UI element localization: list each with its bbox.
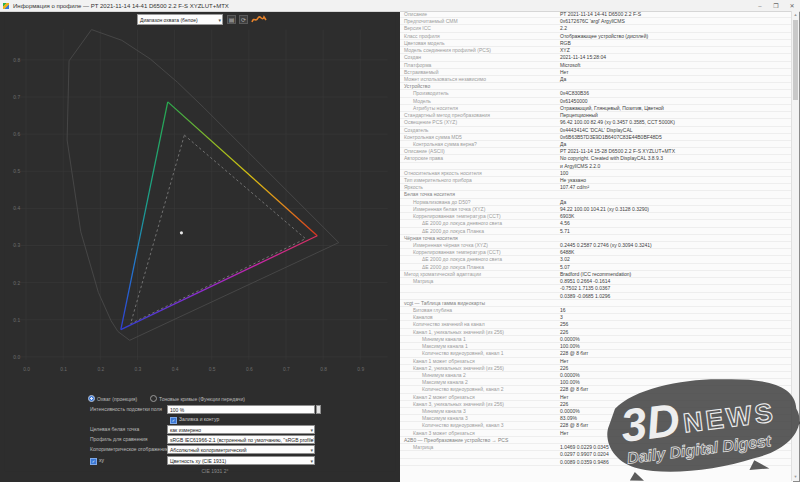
whitepoint-select[interactable]: как измерено (167, 425, 315, 434)
info-value: 0.0389 -0.0685 1.0296 (560, 293, 610, 300)
info-value: 6488K (560, 249, 574, 256)
comparison-profile-label: Профиль для сравнения (90, 436, 147, 442)
info-row: Матрица1.0469 0.0229 0.0345 (400, 444, 793, 451)
info-row: Контрольная сумма верна?Да (400, 141, 793, 148)
scroll-down-arrow[interactable]: ▼ (792, 473, 799, 481)
info-value: Нет (560, 430, 569, 437)
info-row: Канал 3, уникальных значений (из 256)226 (400, 401, 793, 408)
info-value: Нет (560, 69, 569, 76)
spectral-logo-icon (251, 14, 267, 25)
toolbar: Диапазон охвата (белое) ▤ ⟳ (0, 12, 400, 28)
y-tick-label: 0.1 (13, 318, 20, 323)
save-button[interactable]: ▤ (227, 15, 236, 24)
profile-info-table: ОписаниеPT 2021-11-14 14-41 D6500 2.2 F-… (400, 11, 793, 482)
info-row: 0.0389 -0.0685 1.0296 (400, 293, 793, 300)
info-label: Максимум канала 1 (422, 343, 468, 350)
radio-gamut[interactable]: Охват (проекция) (88, 395, 137, 402)
x-tick-label: 0.9 (357, 367, 364, 372)
colorspace-select[interactable]: Цветность xy (CIE 1931) (167, 456, 315, 465)
info-label: Количество видеоуровней, канал 3 (422, 422, 504, 429)
info-value: Bradford (ICC recommendation) (560, 271, 631, 278)
scrollbar-thumb[interactable] (793, 20, 798, 100)
info-value: 96.42 100.00 82.49 (xy 0.3457 0.3585, CC… (560, 119, 675, 126)
close-button[interactable]: ✕ (784, 1, 800, 11)
info-label: Количество видеоуровней, канал 1 (422, 350, 504, 357)
info-value: 256 (560, 321, 568, 328)
x-tick-label: 0.3 (135, 367, 142, 372)
info-value: 228 @ 8 бит (560, 350, 588, 357)
radio-curves[interactable]: Тоновые кривые (Функции передачи) (150, 395, 245, 402)
info-row: ΔE 2000 до локуса дневного света3.02 (400, 256, 793, 263)
info-value: 3 (560, 314, 563, 321)
info-value: 2021-11-14 15:28:04 (560, 54, 606, 61)
info-label: Канал 3 может обрезаться (413, 430, 475, 437)
info-value: 0.0000% (560, 336, 580, 343)
info-label: Создан (404, 54, 421, 61)
info-label: ΔE 2000 до локуса дневного света (422, 220, 502, 227)
info-section-row: Белая точка носителя (400, 191, 793, 198)
info-row: Контрольная сумма MD50x6B63B57D3E9D1B640… (400, 134, 793, 141)
title-bar: Информация о профиле — PT 2021-11-14 14-… (0, 0, 800, 12)
info-value: 107.47 cd/m² (560, 184, 589, 191)
info-row: Канал 1 может обрезатьсяНет (400, 358, 793, 365)
info-row: 0.0089 0.0359 0.9486 (400, 459, 793, 466)
info-value: PT 2021-11-14 15-28 D6500 2.2 F-S XYZLUT… (560, 148, 675, 155)
x-tick-label: 0.6 (246, 367, 253, 372)
info-label: Матрица (413, 278, 433, 285)
info-value: 83.09% (560, 415, 577, 422)
info-label: Контрольная сумма MD5 (404, 134, 462, 141)
info-row: Канал 1, уникальных значений (из 256)226 (400, 329, 793, 336)
minimize-button[interactable]: – (752, 1, 768, 11)
info-label: Модель соединения профилей (PCS) (404, 47, 491, 54)
info-section-row: Устройство (400, 83, 793, 90)
info-section-row: Чёрная точка носителя (400, 235, 793, 242)
info-label: Метод хроматической адаптации (404, 271, 481, 278)
info-label: Минимум канала 1 (422, 336, 466, 343)
opacity-input[interactable]: 100 % (167, 405, 315, 414)
info-value: Не указано (560, 177, 586, 184)
comparison-profile-select[interactable]: sRGB IEC61966-2.1 (встроенный по умолчан… (167, 435, 315, 444)
info-label: ΔE 2000 до локуса Планка (422, 228, 484, 235)
info-row: Максимум канала 2100.00% (400, 379, 793, 386)
info-row: ΔE 2000 до локуса дневного света4.56 (400, 220, 793, 227)
info-section-row: vcgt — Таблица гамма видеокарты (400, 300, 793, 307)
info-row: Освещение PCS (XYZ)96.42 100.00 82.49 (x… (400, 119, 793, 126)
x-tick-label: 0.1 (60, 367, 67, 372)
maximize-button[interactable]: ❐ (768, 1, 784, 11)
whitepoint-label: Целевая белая точка (90, 426, 139, 432)
info-row: Производитель0x4C830B36 (400, 90, 793, 97)
info-label: ΔE 2000 до локуса Планка (422, 264, 484, 271)
opacity-spinner[interactable] (316, 405, 321, 414)
opacity-label: Интенсивность подсветки поля (90, 406, 162, 412)
info-value: 0.0000% (560, 408, 580, 415)
info-value: 2.2 (560, 25, 567, 32)
fill-outline-checkbox[interactable]: ✓Заливка и контур (170, 416, 219, 424)
xy-checkbox[interactable]: ✓xy (90, 457, 104, 465)
refresh-button[interactable]: ⟳ (239, 15, 248, 24)
rendering-intent-select[interactable]: Абсолютный колориметрический (167, 445, 315, 454)
info-value: Да (560, 76, 566, 83)
info-value: 226 (560, 401, 568, 408)
info-value: 226 (560, 365, 568, 372)
info-row: Количество значений на канал256 (400, 321, 793, 328)
info-value: 0x4C830B36 (560, 90, 589, 97)
info-row: ΔE 2000 до локуса Планка5.71 (400, 228, 793, 235)
info-label: A2B0 — Преобразование устройство → PCS (404, 437, 508, 444)
rendering-intent-label: Колориметрическое отображение (90, 446, 168, 452)
info-row: Тип измерительного прибораНе указано (400, 177, 793, 184)
plot-options-form: Охват (проекция) Тоновые кривые (Функции… (0, 390, 400, 482)
vertical-scrollbar[interactable]: ▲ ▼ (791, 11, 799, 481)
info-value: 0x4443414C 'DCAL' DisplayCAL (560, 127, 633, 134)
plot-caption: CIE 1931 2° (120, 468, 310, 474)
x-tick-label: 0.2 (97, 367, 104, 372)
gamut-range-combobox[interactable]: Диапазон охвата (белое) (137, 14, 223, 25)
info-label: Битовая глубина (413, 307, 452, 314)
info-label: Авторские права (404, 155, 443, 162)
x-tick-label: 0.0 (23, 367, 30, 372)
info-row: Коррелированная температура (CCT)6903K (400, 213, 793, 220)
info-row: Описание (ASCII)PT 2021-11-14 15-28 D650… (400, 148, 793, 155)
info-value: Нет (560, 394, 569, 401)
profile-info-window: Информация о профиле — PT 2021-11-14 14-… (0, 0, 800, 482)
info-value: 5.71 (560, 228, 570, 235)
scroll-up-arrow[interactable]: ▲ (792, 11, 799, 19)
